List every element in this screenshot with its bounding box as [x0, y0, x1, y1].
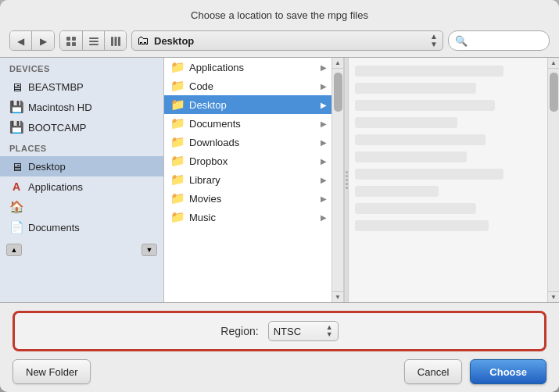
arrow-icon: ▶ — [321, 119, 327, 128]
choose-button[interactable]: Choose — [470, 359, 546, 384]
drive-icon: 💾 — [9, 120, 23, 134]
folder-icon: 📁 — [170, 191, 185, 205]
blurred-content — [355, 220, 489, 231]
icon-view-button[interactable] — [60, 31, 82, 51]
column2-scrollbar: ▲ ▼ — [547, 58, 559, 302]
folder-icon: 📁 — [170, 210, 185, 224]
sidebar-label-beastmbp: BEASTMBP — [28, 81, 84, 93]
forward-button[interactable]: ▶ — [32, 31, 54, 51]
blurred-content — [355, 134, 486, 145]
file-label-documents: Documents — [189, 118, 241, 130]
sidebar-item-beastmbp[interactable]: 🖥 BEASTMBP — [0, 77, 163, 97]
location-text: Desktop — [154, 35, 425, 47]
location-selector[interactable]: 🗂 Desktop ▲▼ — [131, 30, 443, 51]
sidebar-item-applications[interactable]: A Applications — [0, 176, 163, 197]
file-item-movies[interactable]: 📁 Movies ▶ — [164, 189, 331, 208]
save-dialog: Choose a location to save the mpg files … — [0, 0, 559, 392]
sidebar-label-desktop: Desktop — [28, 161, 66, 173]
file-column-1: 📁 Applications ▶ 📁 Code ▶ 📁 Desktop ▶ — [164, 58, 331, 302]
file-item-desktop[interactable]: 📁 Desktop ▶ — [164, 95, 331, 114]
svg-rect-3 — [72, 42, 76, 46]
list-view-button[interactable] — [82, 31, 104, 51]
folder-icon: 📁 — [170, 116, 185, 130]
splitter-indicator — [346, 171, 348, 189]
blurred-content — [355, 100, 495, 111]
region-selector[interactable]: NTSC ▲▼ — [268, 321, 339, 341]
sidebar-item-documents[interactable]: 📄 Documents — [0, 217, 163, 237]
svg-rect-1 — [72, 37, 76, 41]
file-item-code[interactable]: 📁 Code ▶ — [164, 77, 331, 95]
column-view-button[interactable] — [104, 31, 126, 51]
sidebar-item-bootcamp[interactable]: 💾 BOOTCAMP — [0, 117, 163, 137]
region-value: NTSC — [274, 326, 323, 337]
svg-rect-4 — [89, 37, 99, 39]
scroll-up-arrow[interactable]: ▲ — [548, 58, 559, 69]
scroll-down-arrow[interactable]: ▼ — [332, 291, 343, 302]
search-input[interactable] — [471, 35, 543, 46]
sidebar-scroll-up[interactable]: ▲ — [6, 244, 22, 256]
sidebar-item-macintosh-hd[interactable]: 💾 Macintosh HD — [0, 97, 163, 117]
blurred-content — [355, 151, 467, 162]
search-icon: 🔍 — [455, 35, 468, 47]
browser-area: DEVICES 🖥 BEASTMBP 💾 Macintosh HD 💾 BOOT… — [0, 57, 559, 303]
dialog-title: Choose a location to save the mpg files — [0, 0, 559, 27]
actions-row: New Folder Cancel Choose — [13, 359, 546, 384]
sidebar-label-applications: Applications — [28, 181, 83, 193]
arrow-icon: ▶ — [321, 176, 327, 184]
sidebar-scroll-down[interactable]: ▼ — [142, 244, 157, 256]
sidebar-label-macintosh-hd: Macintosh HD — [28, 102, 92, 113]
scroll-track — [548, 69, 559, 291]
arrow-icon: ▶ — [321, 157, 327, 166]
nav-button-group: ◀ ▶ — [9, 30, 55, 51]
location-folder-icon: 🗂 — [137, 34, 149, 48]
arrow-icon: ▶ — [321, 101, 327, 109]
home-icon: 🏠 — [9, 200, 23, 214]
folder-icon: 📁 — [170, 60, 185, 74]
svg-rect-0 — [66, 37, 70, 41]
folder-icon: 📁 — [170, 154, 185, 168]
cancel-button[interactable]: Cancel — [404, 359, 462, 384]
sidebar-label-bootcamp: BOOTCAMP — [28, 122, 86, 134]
file-label-dropbox: Dropbox — [189, 155, 228, 167]
arrow-icon: ▶ — [321, 63, 327, 72]
scroll-down-arrow[interactable]: ▼ — [548, 291, 559, 302]
file-item-dropbox[interactable]: 📁 Dropbox ▶ — [164, 151, 331, 170]
search-box[interactable]: 🔍 — [448, 30, 550, 51]
folder-icon: 📁 — [170, 173, 185, 187]
file-label-downloads: Downloads — [189, 137, 239, 148]
file-item-library[interactable]: 📁 Library ▶ — [164, 170, 331, 189]
new-folder-button[interactable]: New Folder — [13, 359, 91, 384]
file-label-music: Music — [189, 212, 216, 223]
toolbar: ◀ ▶ — [0, 27, 559, 57]
file-item-music[interactable]: 📁 Music ▶ — [164, 208, 331, 226]
view-button-group — [59, 30, 127, 51]
region-stepper-icon: ▲▼ — [326, 324, 333, 338]
scroll-thumb[interactable] — [334, 73, 342, 112]
folder-icon: 📁 — [170, 79, 185, 93]
svg-rect-5 — [89, 41, 99, 42]
scroll-track — [332, 69, 343, 291]
blurred-content — [355, 169, 503, 180]
sidebar-label-documents: Documents — [28, 222, 80, 233]
arrow-icon: ▶ — [321, 138, 327, 147]
file-item-documents[interactable]: 📁 Documents ▶ — [164, 114, 331, 133]
drive-icon: 💾 — [9, 100, 23, 114]
blurred-content — [355, 186, 439, 197]
file-label-code: Code — [189, 80, 213, 92]
region-box: Region: NTSC ▲▼ — [13, 311, 546, 351]
applications-icon: A — [9, 180, 23, 194]
back-button[interactable]: ◀ — [10, 31, 32, 51]
file-item-applications[interactable]: 📁 Applications ▶ — [164, 58, 331, 77]
svg-rect-2 — [66, 42, 70, 46]
bottom-section: Region: NTSC ▲▼ New Folder Cancel Choose — [0, 303, 559, 392]
scroll-up-arrow[interactable]: ▲ — [332, 58, 343, 69]
scroll-thumb[interactable] — [550, 73, 558, 112]
desktop-icon: 🖥 — [9, 159, 23, 173]
column1-scrollbar: ▲ ▼ — [331, 58, 343, 302]
column2-container: ▲ ▼ — [349, 58, 559, 302]
arrow-icon: ▶ — [321, 213, 327, 222]
sidebar-item-home[interactable]: 🏠 — [0, 197, 163, 217]
file-item-downloads[interactable]: 📁 Downloads ▶ — [164, 133, 331, 151]
sidebar-item-desktop[interactable]: 🖥 Desktop — [0, 156, 163, 176]
svg-rect-7 — [111, 37, 113, 46]
